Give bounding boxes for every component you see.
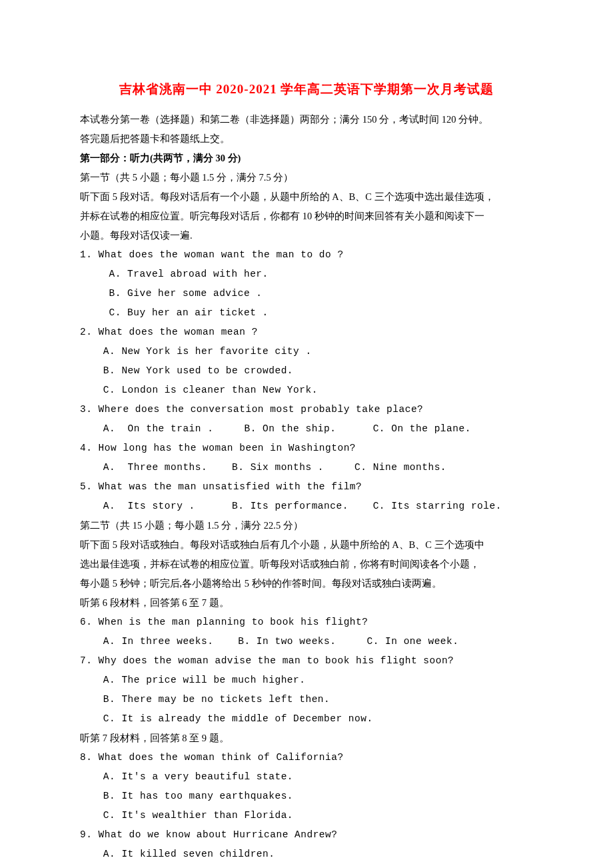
- section1-instruction-1: 听下面 5 段对话。每段对话后有一个小题，从题中所给的 A、B、C 三个选项中选…: [80, 187, 533, 207]
- question-8-option-c: C. It's wealthier than Florida.: [80, 806, 533, 825]
- section2-instruction-2: 选出最佳选项，并标在试卷的相应位置。听每段对话或独白前，你将有时间阅读各个小题，: [80, 555, 533, 574]
- intro-line-1: 本试卷分第一卷（选择题）和第二卷（非选择题）两部分；满分 150 分，考试时间 …: [80, 110, 533, 129]
- section2-instruction-1: 听下面 5 段对话或独白。每段对话或独白后有几个小题，从题中所给的 A、B、C …: [80, 535, 533, 555]
- question-5-options: A. Its story . B. Its performance. C. It…: [80, 497, 533, 516]
- question-8-option-b: B. It has too many earthquakes.: [80, 787, 533, 806]
- question-7: 7. Why does the woman advise the man to …: [80, 651, 533, 671]
- question-2-option-c: C. London is cleaner than New York.: [80, 381, 533, 400]
- question-2-option-a: A. New York is her favorite city .: [80, 342, 533, 361]
- question-7-option-a: A. The price will be much higher.: [80, 671, 533, 690]
- question-3: 3. Where does the conversation most prob…: [80, 400, 533, 419]
- segment-7-heading: 听第 7 段材料，回答第 8 至 9 题。: [80, 729, 533, 748]
- section1-instruction-3: 小题。每段对话仅读一遍.: [80, 226, 533, 245]
- segment-6-heading: 听第 6 段材料，回答第 6 至 7 题。: [80, 593, 533, 613]
- section2-heading: 第二节（共 15 小题；每小题 1.5 分，满分 22.5 分）: [80, 516, 533, 535]
- question-2: 2. What does the woman mean ?: [80, 323, 533, 342]
- question-8-option-a: A. It's a very beautiful state.: [80, 767, 533, 787]
- section1-heading: 第一节（共 5 小题；每小题 1.5 分，满分 7.5 分）: [80, 168, 533, 187]
- question-1: 1. What does the woman want the man to d…: [80, 245, 533, 265]
- question-2-option-b: B. New York used to be crowded.: [80, 361, 533, 381]
- question-6-options: A. In three weeks. B. In two weeks. C. I…: [80, 632, 533, 651]
- intro-line-2: 答完题后把答题卡和答题纸上交。: [80, 129, 533, 149]
- question-7-option-c: C. It is already the middle of December …: [80, 709, 533, 729]
- question-5: 5. What was the man unsatisfied with the…: [80, 477, 533, 497]
- section2-instruction-3: 每小题 5 秒钟；听完后,各小题将给出 5 秒钟的作答时间。每段对话或独白读两遍…: [80, 574, 533, 593]
- question-6: 6. When is the man planning to book his …: [80, 613, 533, 632]
- question-8: 8. What does the woman think of Californ…: [80, 748, 533, 767]
- question-9-option-a: A. It killed seven children.: [80, 845, 533, 864]
- exam-page: 吉林省洮南一中 2020-2021 学年高二英语下学期第一次月考试题 本试卷分第…: [0, 0, 613, 868]
- question-1-option-c: C. Buy her an air ticket .: [80, 303, 533, 323]
- question-1-option-b: B. Give her some advice .: [80, 284, 533, 303]
- exam-title: 吉林省洮南一中 2020-2021 学年高二英语下学期第一次月考试题: [80, 77, 533, 102]
- question-4: 4. How long has the woman been in Washin…: [80, 439, 533, 458]
- section1-instruction-2: 并标在试卷的相应位置。听完每段对话后，你都有 10 秒钟的时间来回答有关小题和阅…: [80, 207, 533, 226]
- part1-heading: 第一部分：听力(共两节，满分 30 分): [80, 149, 533, 168]
- question-1-option-a: A. Travel abroad with her.: [80, 265, 533, 284]
- question-4-options: A. Three months. B. Six months . C. Nine…: [80, 458, 533, 477]
- question-9: 9. What do we know about Hurricane Andre…: [80, 825, 533, 845]
- question-9-option-b: B. It destroyed 3000 houses.: [80, 864, 533, 868]
- question-7-option-b: B. There may be no tickets left then.: [80, 690, 533, 709]
- question-3-options: A. On the train . B. On the ship. C. On …: [80, 419, 533, 439]
